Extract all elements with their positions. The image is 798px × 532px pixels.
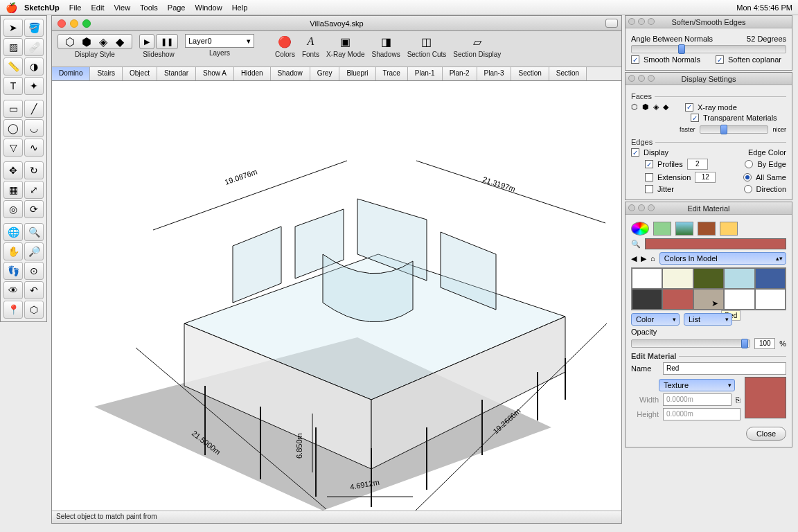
slideshow-play-button[interactable]: ▶ xyxy=(139,34,154,49)
scene-tab[interactable]: Grey xyxy=(310,67,340,80)
scene-tab[interactable]: Standar xyxy=(157,67,196,80)
style-textured-icon[interactable]: ◆ xyxy=(112,34,127,49)
select-tool-icon[interactable]: ➤ xyxy=(3,19,23,37)
scale-icon[interactable]: ⤢ xyxy=(24,181,44,199)
paint-bucket-icon[interactable]: 🪣 xyxy=(24,19,44,37)
face-style-icon[interactable]: ◈ xyxy=(653,103,659,112)
menu-tools[interactable]: Tools xyxy=(140,3,158,12)
nav-forward-icon[interactable]: ▶ xyxy=(641,254,646,263)
apple-menu-icon[interactable]: 🍎 xyxy=(6,2,17,13)
list-mode-selector[interactable]: List▾ xyxy=(684,313,732,326)
fonts-icon[interactable]: A xyxy=(303,34,318,49)
circle-icon[interactable]: ◯ xyxy=(3,119,23,137)
brush-icon[interactable]: ▨ xyxy=(3,38,23,56)
texture-selector[interactable]: Texture▾ xyxy=(659,379,735,391)
colors-icon[interactable]: 🔴 xyxy=(277,34,292,49)
width-input[interactable]: 0.0000m xyxy=(663,393,732,406)
text-tool-icon[interactable]: T xyxy=(3,77,23,95)
display-edges-checkbox[interactable] xyxy=(631,148,639,157)
transparency-quality-slider[interactable] xyxy=(700,125,769,134)
previous-icon[interactable]: ↶ xyxy=(24,281,44,299)
line-icon[interactable]: ╱ xyxy=(24,100,44,118)
transparent-materials-checkbox[interactable] xyxy=(691,114,699,122)
walk-icon[interactable]: 👣 xyxy=(3,262,23,280)
profiles-input[interactable]: 2 xyxy=(687,159,708,170)
material-name-input[interactable]: Red xyxy=(663,362,786,375)
palette-color[interactable] xyxy=(632,289,662,310)
scene-tab[interactable]: Trace xyxy=(376,67,408,80)
by-edge-radio[interactable] xyxy=(745,160,753,168)
position-camera-icon[interactable]: 📍 xyxy=(3,301,23,319)
face-style-icon[interactable]: ⬡ xyxy=(631,103,638,112)
scene-tab[interactable]: Hidden xyxy=(234,67,271,80)
move-icon[interactable]: ✥ xyxy=(3,161,23,179)
face-style-icon[interactable]: ⬢ xyxy=(642,103,649,112)
scene-tab[interactable]: Show A xyxy=(196,67,234,80)
follow-me-icon[interactable]: ⟳ xyxy=(24,200,44,218)
tape-measure-icon[interactable]: 📏 xyxy=(3,57,23,76)
material-swatch-large[interactable] xyxy=(745,377,786,418)
menu-file[interactable]: File xyxy=(69,3,82,12)
home-icon[interactable]: ⌂ xyxy=(650,254,655,263)
profiles-checkbox[interactable] xyxy=(645,160,653,168)
menu-window[interactable]: Window xyxy=(195,3,222,12)
look-around-icon[interactable]: 👁 xyxy=(3,281,23,299)
palette-color[interactable] xyxy=(662,268,693,289)
polygon-icon[interactable]: ▽ xyxy=(3,139,23,157)
all-same-radio[interactable] xyxy=(743,173,752,181)
slideshow-pause-button[interactable]: ❚❚ xyxy=(156,34,178,49)
smooth-normals-checkbox[interactable] xyxy=(631,55,639,64)
extension-input[interactable]: 12 xyxy=(695,172,716,183)
arc-icon[interactable]: ◡ xyxy=(24,119,44,137)
palette-color[interactable] xyxy=(632,268,662,289)
app-menu[interactable]: SketchUp xyxy=(24,3,60,12)
height-input[interactable]: 0.0000m xyxy=(663,408,741,420)
direction-radio[interactable] xyxy=(744,185,752,193)
xray-icon[interactable]: ▣ xyxy=(338,34,353,49)
angle-slider[interactable] xyxy=(631,45,786,53)
scene-tab[interactable]: Bluepri xyxy=(339,67,375,80)
style-wireframe-icon[interactable]: ⬡ xyxy=(62,34,78,49)
eraser-icon[interactable]: 🩹 xyxy=(24,38,44,56)
scene-tab[interactable]: Section xyxy=(549,67,587,80)
scene-tab[interactable]: Shadow xyxy=(271,67,310,80)
rotate-icon[interactable]: ↻ xyxy=(24,161,44,179)
model-viewport[interactable]: 19.0876m 21.3197m 21.5000m 19.2686m 4.69… xyxy=(52,81,621,511)
pan-icon[interactable]: ✋ xyxy=(3,242,23,260)
swatch-icon[interactable] xyxy=(653,222,671,236)
scene-tab[interactable]: Section xyxy=(511,67,549,80)
search-icon[interactable]: 🔍 xyxy=(631,240,641,249)
scene-tab[interactable]: Plan-1 xyxy=(408,67,443,80)
link-icon[interactable]: ⎘ xyxy=(736,396,741,404)
toolbar-toggle-button[interactable] xyxy=(605,19,618,28)
palette-color[interactable] xyxy=(662,289,693,310)
style-shaded-icon[interactable]: ◈ xyxy=(96,34,111,49)
color-wheel-icon[interactable] xyxy=(631,222,649,236)
close-button[interactable]: Close xyxy=(746,427,786,441)
xray-mode-checkbox[interactable] xyxy=(685,103,693,112)
scene-tab[interactable]: Stairs xyxy=(90,67,123,80)
zoom-extents-icon[interactable]: ⊙ xyxy=(24,262,44,280)
freehand-icon[interactable]: ∿ xyxy=(24,139,44,157)
offset-icon[interactable]: ◎ xyxy=(3,200,23,218)
menu-view[interactable]: View xyxy=(114,3,130,12)
swatch-icon[interactable] xyxy=(720,222,738,236)
section-icon[interactable]: ⬡ xyxy=(24,301,44,319)
opacity-input[interactable]: 100 xyxy=(754,338,775,349)
rectangle-icon[interactable]: ▭ xyxy=(3,100,23,118)
scene-tab[interactable]: Domino xyxy=(52,67,90,80)
scene-tab[interactable]: Plan-3 xyxy=(477,67,512,80)
orbit-icon[interactable]: 🌐 xyxy=(3,223,23,241)
soften-coplanar-checkbox[interactable] xyxy=(716,55,724,64)
color-mode-selector[interactable]: Color▾ xyxy=(631,313,680,326)
layer-selector[interactable]: Layer0▾ xyxy=(185,34,254,48)
push-pull-icon[interactable]: ▦ xyxy=(3,181,23,199)
face-style-icon[interactable]: ◆ xyxy=(663,103,668,112)
protractor-icon[interactable]: ◑ xyxy=(24,57,44,76)
palette-color[interactable] xyxy=(755,268,786,289)
style-hidden-icon[interactable]: ⬢ xyxy=(79,34,94,49)
jitter-checkbox[interactable] xyxy=(645,185,653,193)
swatch-icon[interactable] xyxy=(698,222,716,236)
zoom-window-btn-icon[interactable] xyxy=(82,19,91,28)
scene-tab[interactable]: Plan-2 xyxy=(443,67,477,80)
